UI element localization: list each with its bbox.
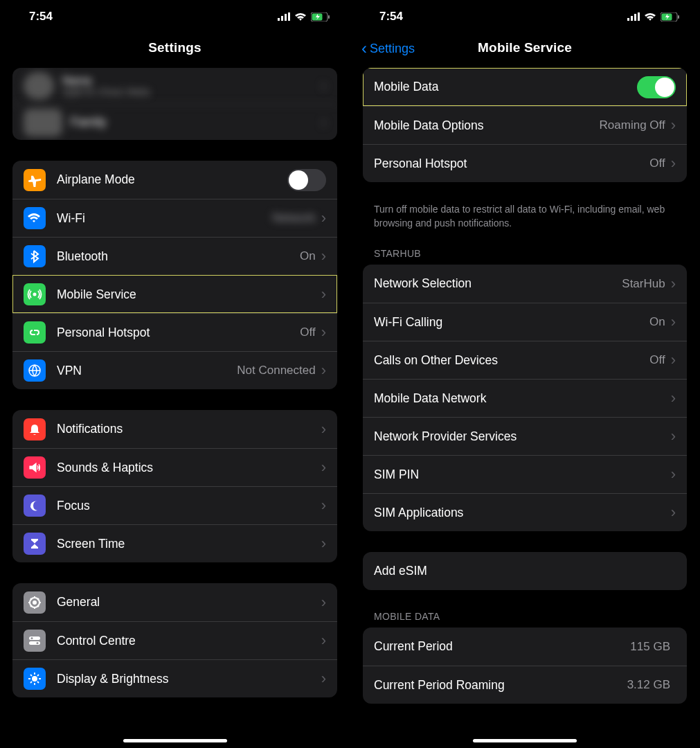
row-value: Off (300, 326, 315, 339)
status-bar: 7:54 (350, 0, 699, 30)
status-time: 7:54 (29, 10, 53, 24)
row-callsod[interactable]: Calls on Other DevicesOff› (363, 341, 687, 379)
row-vpn[interactable]: VPNNot Connected› (12, 351, 337, 389)
row-mdnet[interactable]: Mobile Data Network› (363, 379, 687, 417)
row-label: Current Period Roaming (374, 678, 627, 693)
cellular-bars-icon (278, 12, 290, 21)
row-notif[interactable]: Notifications› (12, 410, 337, 448)
row-curroam[interactable]: Current Period Roaming3.12 GB (363, 666, 687, 704)
apple-id-row[interactable]: Name Apple ID, iCloud, Media › (12, 68, 337, 104)
row-general[interactable]: General› (12, 583, 337, 621)
chevron-right-icon: › (671, 351, 676, 369)
row-label: Sounds & Haptics (57, 461, 321, 475)
row-control[interactable]: Control Centre› (12, 621, 337, 659)
chevron-right-icon: › (321, 670, 326, 688)
row-wificall[interactable]: Wi-Fi CallingOn› (363, 303, 687, 341)
home-indicator[interactable] (123, 739, 227, 742)
row-label: Notifications (57, 422, 321, 436)
chevron-right-icon: › (671, 389, 676, 407)
wifi-icon (24, 207, 46, 229)
row-label: Mobile Data Options (374, 118, 600, 133)
row-value: On (649, 315, 665, 329)
chevron-right-icon: › (671, 275, 676, 293)
chevron-right-icon: › (671, 427, 676, 445)
row-curper[interactable]: Current Period115 GB (363, 627, 687, 666)
link-icon (24, 321, 46, 344)
row-label: Calls on Other Devices (374, 353, 649, 368)
status-time: 7:54 (379, 10, 403, 24)
row-sounds[interactable]: Sounds & Haptics› (12, 448, 337, 486)
row-label: General (57, 595, 321, 609)
row-label: Bluetooth (57, 249, 300, 264)
page-title: Settings (0, 40, 350, 55)
mobile-service-screen: 7:54 ‹ Settings Mobile Service Mobile Da… (350, 0, 699, 748)
status-icons (278, 12, 330, 21)
row-simapp[interactable]: SIM Applications› (363, 493, 687, 531)
svg-point-12 (31, 637, 33, 639)
family-row[interactable]: Family › (12, 104, 337, 140)
chevron-right-icon: › (321, 632, 326, 650)
row-label: Personal Hotspot (57, 326, 300, 340)
row-value: Network (272, 211, 315, 225)
row-label: SIM Applications (374, 506, 671, 520)
row-display[interactable]: Display & Brightness› (12, 659, 337, 697)
toggle-airplane[interactable] (287, 169, 326, 191)
row-screen[interactable]: Screen Time› (12, 524, 337, 562)
chevron-right-icon: › (321, 77, 326, 95)
row-wifi[interactable]: Wi-FiNetwork› (12, 199, 337, 237)
notifications-section: Notifications›Sounds & Haptics›Focus›Scr… (12, 410, 337, 562)
chevron-right-icon: › (321, 420, 326, 438)
usage-section: Current Period115 GBCurrent Period Roami… (363, 627, 687, 704)
mobile-data-section: Mobile DataMobile Data OptionsRoaming Of… (363, 68, 687, 182)
svg-rect-1 (281, 16, 283, 21)
row-nps[interactable]: Network Provider Services› (363, 417, 687, 455)
row-label: Add eSIM (374, 564, 676, 578)
row-hotspot[interactable]: Personal HotspotOff› (12, 313, 337, 351)
svg-rect-18 (634, 14, 636, 21)
svg-point-10 (33, 600, 37, 605)
battery-icon (311, 12, 330, 21)
row-airplane[interactable]: Airplane Mode (12, 161, 337, 199)
row-netsel[interactable]: Network SelectionStarHub› (363, 265, 687, 303)
row-label: Wi-Fi Calling (374, 315, 649, 330)
row-label: Mobile Data (374, 80, 637, 94)
esim-section: Add eSIM (363, 552, 687, 590)
sun-icon (24, 668, 46, 690)
svg-rect-0 (278, 18, 280, 21)
row-addesim[interactable]: Add eSIM (363, 552, 687, 590)
row-focus[interactable]: Focus› (12, 486, 337, 524)
back-label: Settings (370, 42, 415, 56)
svg-rect-13 (29, 641, 40, 645)
group-header-starhub: STARHUB (374, 248, 676, 259)
svg-point-7 (33, 293, 37, 296)
toggle-mdata[interactable] (637, 76, 676, 98)
airplane-icon (24, 169, 46, 191)
row-mobile[interactable]: Mobile Service› (12, 275, 337, 313)
back-button[interactable]: ‹ Settings (361, 39, 415, 58)
row-value: 115 GB (630, 640, 670, 654)
nav-bar: ‹ Settings Mobile Service (350, 30, 699, 68)
row-value: 3.12 GB (627, 678, 670, 692)
chevron-right-icon: › (321, 323, 326, 341)
chevron-right-icon: › (671, 116, 676, 134)
wifi-icon (294, 12, 307, 21)
row-mdata[interactable]: Mobile Data (363, 68, 687, 106)
chevron-left-icon: ‹ (361, 39, 367, 58)
home-indicator[interactable] (473, 739, 577, 742)
row-label: Focus (57, 499, 321, 513)
svg-rect-17 (631, 16, 633, 21)
row-label: SIM PIN (374, 467, 671, 482)
section-footer-note: Turn off mobile data to restrict all dat… (374, 203, 676, 230)
chevron-right-icon: › (321, 209, 326, 227)
row-label: Network Selection (374, 276, 622, 291)
bell-icon (24, 418, 46, 440)
row-photsp[interactable]: Personal HotspotOff› (363, 144, 687, 182)
row-bt[interactable]: BluetoothOn› (12, 237, 337, 275)
status-bar: 7:54 (0, 0, 350, 30)
row-label: Personal Hotspot (374, 157, 649, 171)
profile-section: Name Apple ID, iCloud, Media › Family › (12, 68, 337, 140)
row-label: Airplane Mode (57, 172, 287, 187)
globe-icon (24, 359, 46, 382)
row-simpin[interactable]: SIM PIN› (363, 455, 687, 493)
row-mopts[interactable]: Mobile Data OptionsRoaming Off› (363, 106, 687, 144)
